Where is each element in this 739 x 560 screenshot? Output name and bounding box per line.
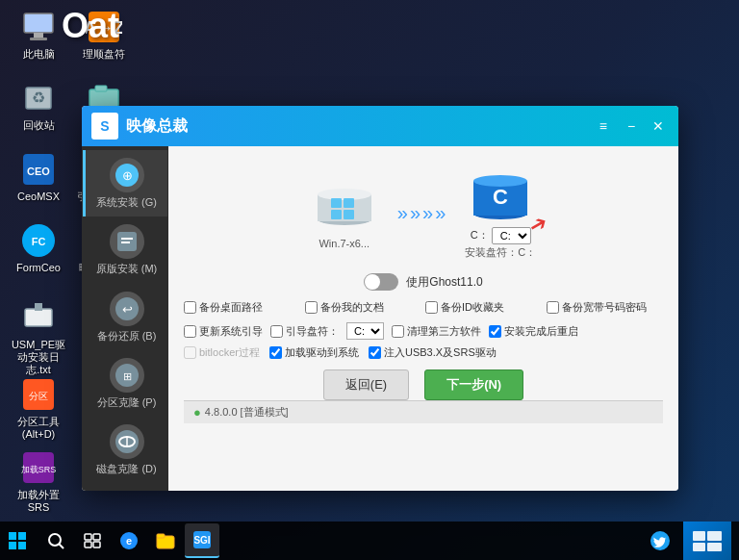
svg-text:♻: ♻ xyxy=(32,89,45,106)
sidebar-item-original[interactable]: 原版安装 (M) xyxy=(83,216,167,283)
cb-boot-symbol-label: 引导盘符： xyxy=(286,324,339,339)
window-controls: ≡ − ✕ xyxy=(599,115,669,137)
cb-password-input[interactable] xyxy=(547,301,559,314)
srs-label: 加载外置SRS xyxy=(8,489,69,514)
menu-icon[interactable]: ≡ xyxy=(599,118,607,134)
sidebar-item-backup[interactable]: ↩ 备份还原 (B) xyxy=(83,284,167,350)
cb-update-bootloader[interactable]: 更新系统引导 xyxy=(184,324,263,339)
window-body: ⊕ 系统安装 (G) 原版安装 (M) xyxy=(82,146,678,491)
desktop: Oat 此电脑 A→Z 理顺盘符 ♻ 回收站 xyxy=(0,0,739,560)
cb-update-bootloader-label: 更新系统引导 xyxy=(199,324,263,339)
svg-text:⊞: ⊞ xyxy=(122,370,131,382)
svg-rect-48 xyxy=(9,542,16,549)
svg-rect-18 xyxy=(35,303,42,311)
close-button[interactable]: ✕ xyxy=(648,115,669,137)
checkbox-grid: 备份桌面路径 备份我的文档 备份ID收藏夹 备份宽带号码密码 xyxy=(184,300,663,315)
version-bar: ● 4.8.0.0 [普通模式] xyxy=(184,400,663,423)
partition-label: 分区工具(Alt+D) xyxy=(8,416,69,441)
taskbar-search[interactable] xyxy=(38,523,73,558)
taskbar-explorer[interactable] xyxy=(148,523,183,558)
cb-favorites-input[interactable] xyxy=(425,301,438,314)
cb-auto-restart-input[interactable] xyxy=(489,325,501,338)
taskbar-taskview[interactable] xyxy=(75,523,110,558)
taskbar-ie[interactable]: e xyxy=(112,523,146,558)
svg-rect-39 xyxy=(344,198,354,208)
backup-icon: ↩ xyxy=(110,292,144,326)
cb-desktop-input[interactable] xyxy=(184,301,196,314)
cb-favorites[interactable]: 备份ID收藏夹 xyxy=(425,300,543,315)
cb-add-driver[interactable]: 加载驱动到系统 xyxy=(269,345,359,360)
cb-bitlocker[interactable]: bitlocker过程 xyxy=(184,345,260,360)
recycle-label: 回收站 xyxy=(23,119,55,132)
desktop-icon-computer[interactable]: 此电脑 xyxy=(8,8,69,61)
target-drive-select[interactable]: C: xyxy=(492,227,531,244)
cb-add-driver-input[interactable] xyxy=(269,346,282,359)
desktop-icon-srs[interactable]: 加载SRS 加载外置SRS xyxy=(8,448,69,514)
sidebar-item-partition[interactable]: ⊞ 分区克隆 (P) xyxy=(83,350,167,417)
desktop-icon-ceomsx[interactable]: CEO CeoMSX xyxy=(8,150,69,203)
taskbar: e SGI xyxy=(0,522,739,560)
svg-rect-46 xyxy=(9,532,16,540)
cb-password[interactable]: 备份宽带号码密码 xyxy=(547,300,664,315)
cb-desktop[interactable]: 备份桌面路径 xyxy=(184,300,301,315)
arrow-1: » xyxy=(397,202,408,224)
toggle-knob xyxy=(365,274,380,290)
taskbar-sgi[interactable]: SGI xyxy=(185,523,219,558)
arrow-2: » xyxy=(410,202,420,224)
app-window: S 映像总裁 ≡ − ✕ ⊕ 系统安装 (G) xyxy=(82,106,678,491)
desktop-icon-partition[interactable]: 分区 分区工具(Alt+D) xyxy=(8,375,69,441)
svg-rect-17 xyxy=(25,309,52,326)
cb-password-label: 备份宽带号码密码 xyxy=(562,300,647,315)
ceomsx-label: CeoMSX xyxy=(17,191,60,203)
sidebar: ⊕ 系统安装 (G) 原版安装 (M) xyxy=(82,146,168,491)
cb-boot-symbol[interactable]: 引导盘符： xyxy=(270,324,339,339)
ghost-toggle[interactable] xyxy=(364,273,398,291)
cb-add-driver-label: 加载驱动到系统 xyxy=(285,345,359,360)
cb-boot-symbol-input[interactable] xyxy=(270,325,283,338)
sidebar-item-diskclone[interactable]: 磁盘克隆 (D) xyxy=(83,417,167,483)
backup-label: 备份还原 (B) xyxy=(97,329,157,343)
version-text: 4.8.0.0 [普通模式] xyxy=(205,405,289,420)
cb-auto-restart[interactable]: 安装完成后重启 xyxy=(489,324,578,339)
svg-rect-47 xyxy=(18,532,26,540)
formceo-label: FormCeo xyxy=(16,262,61,274)
taskbar-right: W7 xyxy=(643,522,739,560)
srs-icon: 加载SRS xyxy=(19,448,58,487)
svg-rect-65 xyxy=(693,543,705,551)
cb-usb3[interactable]: 注入USB3.X及SRS驱动 xyxy=(369,345,497,360)
svg-text:↩: ↩ xyxy=(121,302,132,317)
taskbar-start-button[interactable] xyxy=(0,523,35,558)
desktop-icon-usbpe[interactable]: USM_PE驱动安装日志.txt xyxy=(8,298,69,377)
cb-docs[interactable]: 备份我的文档 xyxy=(305,300,422,315)
svg-rect-63 xyxy=(693,531,705,541)
cb-clear-third-party-input[interactable] xyxy=(392,325,404,338)
source-drive-label: Win.7-x6... xyxy=(319,238,370,249)
original-icon xyxy=(110,224,144,259)
back-button[interactable]: 返回(E) xyxy=(323,369,409,400)
boot-drive-select[interactable]: C: xyxy=(346,322,384,340)
sidebar-item-install[interactable]: ⊕ 系统安装 (G) xyxy=(83,150,167,216)
cb-docs-input[interactable] xyxy=(305,301,318,314)
desktop-icon-formceo[interactable]: FC FormCeo xyxy=(8,221,69,274)
partition-icon: 分区 xyxy=(19,375,58,414)
next-button[interactable]: 下一步(N) xyxy=(424,369,523,400)
target-install-label: 安装盘符：C： xyxy=(465,245,536,260)
desktop-icon-recycle[interactable]: ♻ 回收站 xyxy=(8,79,69,132)
recycle-icon: ♻ xyxy=(19,79,58,117)
cb-clear-third-party[interactable]: 清理第三方软件 xyxy=(392,324,481,339)
minimize-button[interactable]: − xyxy=(621,115,642,137)
diskclone-label: 磁盘克隆 (D) xyxy=(96,462,156,475)
options-row2: bitlocker过程 加载驱动到系统 注入USB3.X及SRS驱动 xyxy=(184,345,663,360)
svg-text:C: C xyxy=(493,185,508,209)
ghost-toggle-row: 使用Ghost11.0 xyxy=(184,273,663,291)
cb-usb3-input[interactable] xyxy=(369,346,381,359)
cb-docs-label: 备份我的文档 xyxy=(320,300,384,315)
version-icon: ● xyxy=(193,405,201,420)
usbpe-icon xyxy=(19,298,58,337)
partition-sidebar-icon: ⊞ xyxy=(110,358,144,393)
svg-rect-52 xyxy=(85,534,91,540)
taskbar-twitter[interactable] xyxy=(643,523,677,558)
options-row: 更新系统引导 引导盘符： C: 清理第三方软件 安 xyxy=(184,322,663,340)
cb-update-bootloader-input[interactable] xyxy=(184,325,196,338)
svg-rect-0 xyxy=(24,13,53,33)
